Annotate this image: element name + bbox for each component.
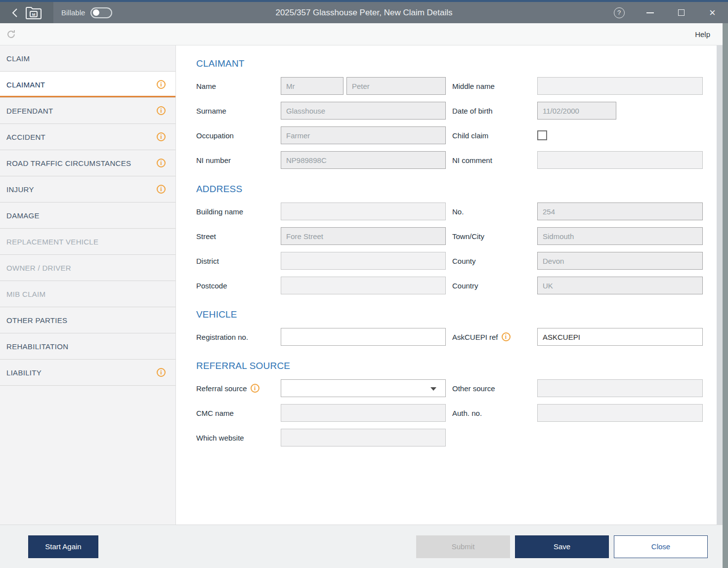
billable-label: Billable — [61, 8, 85, 17]
ni-number-field — [281, 151, 446, 169]
sidebar-item-label: LIABILITY — [6, 368, 42, 377]
sidebar-item-label: DAMAGE — [6, 211, 40, 220]
name-label: Name — [196, 82, 281, 90]
help-link[interactable]: Help — [695, 30, 710, 39]
save-button[interactable]: Save — [515, 535, 609, 558]
submit-button: Submit — [416, 535, 510, 558]
titlebar-help-button[interactable] — [603, 2, 635, 23]
window-body: CLAIM CLAIMANT DEFENDANT ACCIDENT ROAD T… — [0, 45, 728, 525]
minimize-button[interactable] — [635, 2, 666, 23]
sidebar-item-accident[interactable]: ACCIDENT — [0, 124, 175, 150]
app-window: M Billable 2025/357 Glasshouse Peter, Ne… — [0, 0, 728, 568]
other-source-label: Other source — [446, 384, 537, 393]
sidebar-item-liability[interactable]: LIABILITY — [0, 360, 175, 386]
district-field — [281, 252, 446, 270]
billable-control: Billable — [61, 7, 112, 18]
town-label: Town/City — [446, 232, 537, 241]
close-icon — [709, 7, 716, 18]
askcuepi-field[interactable] — [537, 328, 703, 346]
title-field — [281, 77, 343, 95]
sidebar-item-label: ACCIDENT — [6, 133, 45, 141]
sidebar-item-claim[interactable]: CLAIM — [0, 45, 175, 72]
toolbar: Help — [0, 23, 728, 45]
sidebar-item-claimant[interactable]: CLAIMANT — [0, 72, 175, 98]
warning-info-icon — [157, 106, 166, 115]
sidebar-item-defendant[interactable]: DEFENDANT — [0, 98, 175, 124]
first-name-field — [346, 77, 446, 95]
chevron-left-icon — [12, 8, 18, 18]
registration-field[interactable] — [281, 328, 446, 346]
section-heading-address: ADDRESS — [196, 184, 728, 195]
sidebar-item-label: OTHER PARTIES — [6, 316, 67, 325]
matter-folder-button[interactable]: M — [25, 6, 42, 19]
occupation-label: Occupation — [196, 131, 281, 140]
sidebar-item-other-parties[interactable]: OTHER PARTIES — [0, 307, 175, 333]
referral-source-select[interactable] — [281, 379, 446, 397]
county-label: County — [446, 257, 537, 265]
form-row: Registration no. AskCUEPI ref — [196, 328, 728, 346]
form-row: Surname Date of birth — [196, 102, 728, 120]
district-label: District — [196, 257, 281, 265]
warning-info-icon — [157, 185, 166, 194]
maximize-icon — [678, 9, 685, 16]
no-label: No. — [446, 207, 537, 216]
dob-field — [537, 102, 616, 120]
sidebar-item-injury[interactable]: INJURY — [0, 176, 175, 203]
surname-label: Surname — [196, 107, 281, 115]
vertical-scrollbar[interactable] — [717, 45, 723, 525]
middle-name-field — [537, 77, 703, 95]
askcuepi-info-icon[interactable] — [502, 332, 511, 341]
sidebar-item-road-traffic-circumstances[interactable]: ROAD TRAFFIC CIRCUMSTANCES — [0, 150, 175, 176]
back-button[interactable] — [12, 8, 18, 18]
child-claim-label: Child claim — [446, 131, 537, 140]
town-field — [537, 227, 703, 245]
building-name-field — [281, 203, 446, 220]
sidebar-item-label: CLAIM — [6, 54, 30, 63]
sidebar-item-mib-claim: MIB CLAIM — [0, 281, 175, 307]
referral-source-label-text: Referral source — [196, 384, 247, 393]
form-row: Referral source Other source — [196, 379, 728, 397]
form-row: Postcode Country — [196, 277, 728, 294]
close-button[interactable]: Close — [614, 535, 708, 558]
titlebar-left-section: M — [0, 2, 53, 23]
refresh-button[interactable] — [6, 29, 16, 40]
section-heading-claimant: CLAIMANT — [196, 58, 728, 69]
sidebar-item-label: REHABILITATION — [6, 342, 68, 351]
sidebar-item-rehabilitation[interactable]: REHABILITATION — [0, 333, 175, 360]
maximize-button[interactable] — [666, 2, 697, 23]
street-field — [281, 227, 446, 245]
surname-field — [281, 102, 446, 120]
referral-source-info-icon[interactable] — [251, 384, 259, 393]
warning-info-icon — [157, 132, 166, 141]
child-claim-checkbox[interactable] — [537, 130, 547, 140]
sidebar-item-label: ROAD TRAFFIC CIRCUMSTANCES — [6, 159, 131, 167]
billable-toggle[interactable] — [90, 7, 112, 18]
ni-comment-field — [537, 151, 703, 169]
help-circle-icon — [614, 7, 625, 18]
close-window-button[interactable] — [697, 2, 728, 23]
footer-bar: Start Again Submit Save Close — [0, 525, 728, 568]
section-heading-referral-source: REFERRAL SOURCE — [196, 361, 728, 371]
registration-label: Registration no. — [196, 333, 281, 341]
sidebar-item-damage[interactable]: DAMAGE — [0, 203, 175, 229]
form-row: Occupation Child claim — [196, 126, 728, 144]
sidebar-item-replacement-vehicle: REPLACEMENT VEHICLE — [0, 229, 175, 255]
street-label: Street — [196, 232, 281, 241]
referral-source-label: Referral source — [196, 384, 281, 393]
which-website-field — [281, 429, 446, 446]
form-row: NI number NI comment — [196, 151, 728, 169]
postcode-label: Postcode — [196, 282, 281, 290]
sidebar-item-owner-driver: OWNER / DRIVER — [0, 255, 175, 281]
start-again-button[interactable]: Start Again — [28, 535, 98, 558]
svg-text:M: M — [32, 12, 35, 17]
sidebar-item-label: REPLACEMENT VEHICLE — [6, 238, 98, 246]
sidebar-item-label: MIB CLAIM — [6, 290, 45, 298]
occupation-field — [281, 126, 446, 144]
warning-info-icon — [157, 368, 166, 377]
window-controls — [603, 2, 728, 23]
window-title: 2025/357 Glasshouse Peter, New Claim Det… — [275, 8, 452, 18]
form-row: District County — [196, 252, 728, 270]
askcuepi-label-text: AskCUEPI ref — [452, 333, 498, 341]
chevron-down-icon — [430, 387, 436, 391]
minimize-icon — [646, 12, 654, 13]
